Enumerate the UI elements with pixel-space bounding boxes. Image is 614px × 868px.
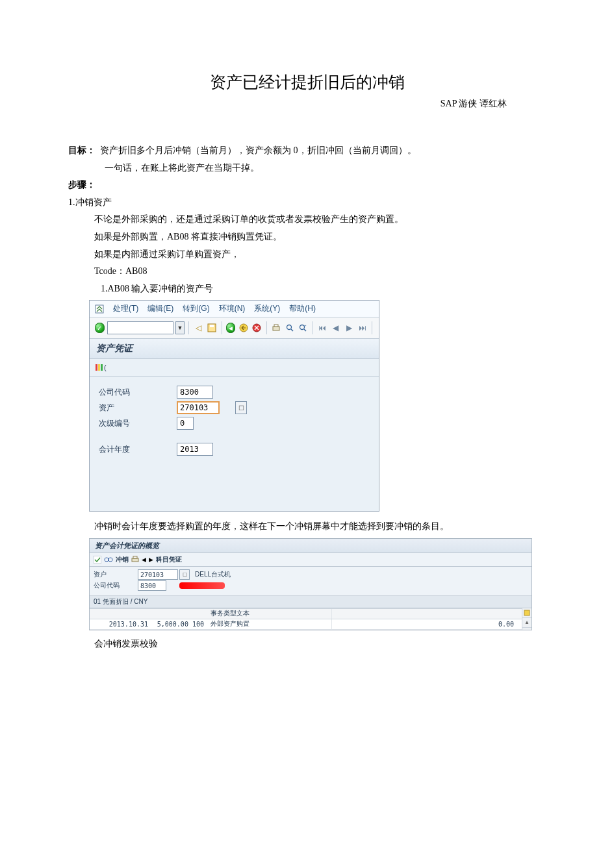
nav-exit-icon[interactable]	[238, 323, 248, 333]
grid-data-row[interactable]: 2013.10.31 5,000.00 100 外部资产购置 0.00	[90, 619, 522, 630]
ov-print-icon[interactable]	[131, 556, 139, 564]
asset-label: 资产	[99, 403, 177, 414]
grid-col-trans-text: 事务类型文本	[208, 609, 331, 618]
scroll-up-icon[interactable]: ▲	[522, 618, 531, 628]
menu-bar: 处理(T) 编辑(E) 转到(G) 环境(N) 系统(Y) 帮助(H)	[90, 301, 379, 317]
overview-toolbar: 冲销 ◀ ▶ 科目凭证	[90, 553, 531, 567]
toolbar: ✓ ▼ ◁ ◄ +	[90, 317, 379, 339]
step1-p1: 不论是外部采购的，还是通过采购订单的收货或者发票校验产生的资产购置。	[68, 211, 546, 229]
goal-text-1: 资产折旧多个月后冲销（当前月），资产余额为 0，折旧冲回（当前月调回）。	[100, 145, 416, 155]
sap-menu-icon[interactable]	[95, 304, 104, 314]
menu-env[interactable]: 环境(N)	[219, 303, 246, 314]
svg-rect-20	[133, 556, 137, 558]
overview-tab[interactable]: 01 凭面折旧 / CNY	[90, 596, 531, 608]
back-icon[interactable]: ◁	[194, 323, 203, 333]
company-code-label: 公司代码	[99, 387, 177, 398]
svg-point-7	[287, 325, 291, 330]
ov-check-icon[interactable]	[94, 556, 101, 564]
ov-asset-search-help[interactable]: ☐	[179, 569, 190, 580]
svg-rect-14	[101, 364, 103, 371]
nav-back-icon[interactable]: ◄	[226, 323, 236, 333]
steps-label: 步骤：	[68, 177, 546, 194]
grid-scrollbar[interactable]: ▲	[522, 608, 531, 630]
find-icon[interactable]	[285, 323, 294, 333]
svg-rect-15	[94, 556, 101, 564]
ov-asset-field[interactable]: 270103	[138, 569, 178, 580]
ov-asset-label: 资户	[94, 570, 138, 579]
svg-rect-19	[132, 558, 138, 562]
substep1-title: 1.AB08 输入要冲销的资产号	[68, 280, 546, 298]
ov-company-field[interactable]: 8300	[138, 580, 166, 591]
enter-button[interactable]: ✓	[95, 323, 105, 333]
goal-label: 目标：	[68, 145, 96, 155]
after-form-note: 冲销时会计年度要选择购置的年度，这样在下一个冲销屏幕中才能选择到要冲销的条目。	[68, 518, 546, 536]
ov-glasses-icon[interactable]	[104, 556, 113, 563]
final-line: 会冲销发票校验	[68, 636, 546, 653]
step1-p3: 如果是内部通过采购订单购置资产，	[68, 246, 546, 264]
doc-title: 资产已经计提折旧后的冲销	[68, 71, 546, 93]
print-icon[interactable]	[272, 323, 281, 333]
sap-form-panel: 处理(T) 编辑(E) 转到(G) 环境(N) 系统(Y) 帮助(H) ✓ ▼ …	[89, 300, 379, 512]
overview-title: 资产会计凭证的概览	[90, 539, 531, 553]
grid-cell-date: 2013.10.31	[90, 621, 152, 628]
fiscal-year-field[interactable]: 2013	[177, 443, 213, 456]
panel-title: 资产凭证	[90, 339, 379, 359]
form-body: 公司代码 8300 资产 270103 ☐ 次级编号 0 会计年度 2013	[90, 377, 379, 511]
overview-header: 资户 270103 ☐ DELL台式机 公司代码 8300	[90, 567, 531, 596]
tcode-line: Tcode：AB08	[68, 263, 546, 280]
ov-next-icon[interactable]: ▶	[149, 556, 153, 563]
list-item-icon[interactable]	[95, 363, 104, 372]
asset-search-help[interactable]: ☐	[235, 401, 247, 414]
grid-header-row: 事务类型文本	[90, 608, 522, 619]
svg-line-8	[291, 329, 293, 331]
ov-red-annotation	[179, 582, 225, 589]
subnumber-field[interactable]: 0	[177, 417, 194, 430]
menu-help[interactable]: 帮助(H)	[289, 303, 316, 314]
menu-process[interactable]: 处理(T)	[113, 303, 138, 314]
svg-text:+: +	[304, 323, 307, 327]
company-code-field[interactable]: 8300	[177, 386, 213, 399]
grid-cell-text: 外部资产购置	[208, 619, 331, 628]
fiscal-year-label: 会计年度	[99, 444, 177, 455]
goal-text-2: 一句话，在账上将此资产在当期干掉。	[68, 160, 546, 177]
overview-grid: 事务类型文本 2013.10.31 5,000.00 100 外部资产购置 0.…	[90, 608, 522, 630]
find-next-icon[interactable]: +	[298, 323, 308, 333]
svg-point-16	[105, 558, 109, 562]
subnumber-label: 次级编号	[99, 418, 177, 429]
scroll-config-icon[interactable]	[522, 608, 531, 618]
menu-goto[interactable]: 转到(G)	[183, 303, 209, 314]
svg-rect-2	[210, 325, 214, 327]
prev-page-icon[interactable]: ◀	[331, 323, 340, 333]
nav-cancel-icon[interactable]	[252, 323, 262, 333]
ov-itemdoc-button[interactable]: 科目凭证	[156, 555, 182, 564]
command-dropdown[interactable]: ▼	[175, 321, 185, 334]
svg-line-10	[304, 329, 306, 331]
svg-rect-6	[274, 325, 278, 327]
step1-p2: 如果是外部购置，AB08 将直接冲销购置凭证。	[68, 229, 546, 246]
ov-asset-desc: DELL台式机	[195, 570, 231, 579]
doc-author: SAP 游侠 谭红林	[68, 98, 546, 110]
asset-field[interactable]: 270103	[177, 401, 220, 414]
svg-rect-5	[273, 327, 279, 330]
ov-company-label: 公司代码	[94, 581, 138, 590]
next-page-icon[interactable]: ▶	[344, 323, 354, 333]
menu-system[interactable]: 系统(Y)	[254, 303, 280, 314]
sub-toolbar: (	[90, 359, 379, 377]
svg-point-17	[109, 558, 112, 562]
step1-label: 1.冲销资产	[68, 194, 546, 212]
first-page-icon[interactable]: ⏮	[317, 323, 327, 333]
svg-rect-21	[524, 610, 530, 615]
sap-overview-panel: 资产会计凭证的概览 冲销 ◀ ▶ 科目凭证 资户 270103 ☐ DELL台式…	[89, 538, 532, 630]
menu-edit[interactable]: 编辑(E)	[147, 303, 173, 314]
last-page-icon[interactable]: ⏭	[357, 323, 367, 333]
svg-rect-13	[98, 364, 100, 371]
grid-cell-val2: 0.00	[449, 621, 519, 628]
save-icon[interactable]	[207, 323, 217, 333]
grid-cell-amount: 5,000.00 100	[152, 621, 208, 628]
ov-reverse-button[interactable]: 冲销	[116, 555, 129, 564]
svg-rect-12	[96, 364, 97, 371]
ov-prev-icon[interactable]: ◀	[142, 556, 146, 563]
command-field[interactable]	[107, 321, 173, 334]
